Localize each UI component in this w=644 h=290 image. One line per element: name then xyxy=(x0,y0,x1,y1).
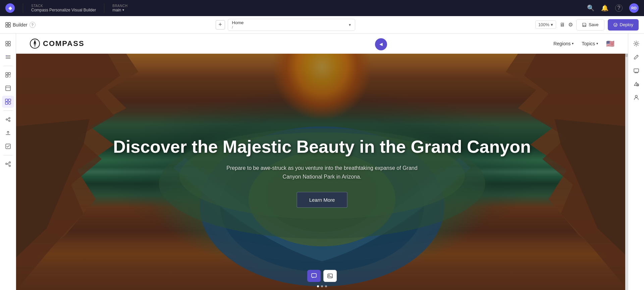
regions-nav-item[interactable]: Regions xyxy=(553,41,574,46)
right-sidebar-settings-icon[interactable] xyxy=(630,38,642,50)
deploy-button[interactable]: Deploy xyxy=(608,19,639,31)
sidebar-frames-icon[interactable] xyxy=(2,96,14,108)
media-toolbar-button[interactable] xyxy=(323,270,337,282)
site-logo: COMPASS xyxy=(30,38,85,49)
svg-rect-30 xyxy=(6,163,7,164)
device-preview-icon[interactable]: 🖥 xyxy=(559,22,565,28)
stack-name: Compass Personalize Visual Builder xyxy=(31,8,96,12)
hero-title: Discover the Majestic Beauty in the Gran… xyxy=(108,136,536,157)
right-sidebar-shapes-icon[interactable] xyxy=(630,78,642,90)
slide-dot-2[interactable] xyxy=(321,285,323,287)
builder-text: Builder xyxy=(13,22,28,28)
site-logo-text: COMPASS xyxy=(43,39,85,48)
svg-rect-22 xyxy=(5,102,8,104)
top-bar-separator-1 xyxy=(23,3,23,13)
builder-bar-center: + Home / ▾ xyxy=(40,19,531,31)
svg-rect-15 xyxy=(8,72,10,75)
top-bar-separator-2 xyxy=(104,3,104,13)
page-name: Home xyxy=(232,20,244,25)
app-logo-icon: ◈ xyxy=(5,3,15,13)
sidebar-divider-2 xyxy=(3,110,13,111)
right-sidebar xyxy=(628,34,644,290)
stack-info[interactable]: Stack Compass Personalize Visual Builder xyxy=(31,4,96,12)
svg-rect-1 xyxy=(8,22,10,25)
page-path: / xyxy=(232,25,244,29)
comment-toolbar-button[interactable] xyxy=(307,270,321,282)
page-selector[interactable]: Home / ▾ xyxy=(228,19,355,31)
svg-point-23 xyxy=(8,102,11,104)
svg-line-28 xyxy=(7,120,9,120)
personalization-arrow-icon: ◄ xyxy=(378,41,384,47)
svg-rect-8 xyxy=(6,44,8,46)
save-button[interactable]: Save xyxy=(576,19,604,31)
svg-rect-14 xyxy=(6,72,8,75)
user-avatar[interactable]: RD xyxy=(629,3,639,13)
site-navbar: COMPASS Regions Topics 🇺🇸 xyxy=(16,34,628,54)
builder-label-container: Builder ? xyxy=(5,22,36,28)
svg-rect-0 xyxy=(6,22,8,25)
builder-bar: Builder ? + Home / ▾ 100% ▾ 🖥 ⚙ Save xyxy=(0,16,644,34)
sidebar-components-icon[interactable] xyxy=(2,69,14,81)
svg-rect-45 xyxy=(634,69,639,72)
svg-rect-9 xyxy=(8,44,10,46)
svg-rect-7 xyxy=(8,41,10,43)
svg-point-50 xyxy=(635,95,637,97)
svg-point-25 xyxy=(9,117,10,119)
branch-label: Branch xyxy=(112,4,127,8)
bell-icon[interactable]: 🔔 xyxy=(601,4,608,12)
main-layout: COMPASS Regions Topics 🇺🇸 ◄ xyxy=(0,34,644,290)
sidebar-panels-icon[interactable] xyxy=(2,82,14,94)
svg-rect-41 xyxy=(312,274,316,277)
builder-help-button[interactable]: ? xyxy=(30,22,36,28)
svg-line-27 xyxy=(7,118,9,119)
sidebar-tasks-icon[interactable] xyxy=(2,140,14,152)
add-page-button[interactable]: + xyxy=(216,20,225,30)
svg-rect-32 xyxy=(9,165,10,166)
svg-rect-4 xyxy=(583,25,585,27)
topics-nav-item[interactable]: Topics xyxy=(582,41,598,46)
right-sidebar-preview-icon[interactable] xyxy=(630,64,642,77)
compass-logo-icon xyxy=(30,38,40,49)
sidebar-flow-icon[interactable] xyxy=(2,158,14,170)
sidebar-layers-icon[interactable] xyxy=(2,51,14,63)
canvas-area: COMPASS Regions Topics 🇺🇸 ◄ xyxy=(16,34,628,290)
sidebar-upload-icon[interactable] xyxy=(2,127,14,139)
svg-rect-31 xyxy=(9,162,10,163)
stack-label: Stack xyxy=(31,4,96,8)
help-icon[interactable]: ? xyxy=(615,4,623,12)
zoom-selector[interactable]: 100% ▾ xyxy=(535,20,556,29)
site-nav-right: Regions Topics 🇺🇸 xyxy=(553,40,614,48)
sidebar-grid-icon[interactable] xyxy=(2,38,14,50)
personalization-indicator[interactable]: ◄ xyxy=(375,38,387,50)
svg-point-24 xyxy=(6,119,7,120)
sidebar-divider-1 xyxy=(3,66,13,66)
svg-rect-42 xyxy=(328,274,332,278)
hero-content: Discover the Majestic Beauty in the Gran… xyxy=(108,136,536,208)
flag-icon[interactable]: 🇺🇸 xyxy=(606,40,614,48)
svg-rect-2 xyxy=(6,25,8,27)
canvas-scrollbar[interactable] xyxy=(625,34,628,290)
top-bar-right: 🔍 🔔 ? RD xyxy=(587,3,639,13)
save-icon xyxy=(582,22,587,27)
slide-dots xyxy=(317,285,327,287)
svg-point-44 xyxy=(635,43,637,45)
right-sidebar-user-icon[interactable] xyxy=(630,91,642,103)
app-logo: ◈ xyxy=(5,3,15,13)
deploy-label: Deploy xyxy=(620,22,633,27)
save-label: Save xyxy=(589,22,599,27)
page-settings-icon[interactable]: ⚙ xyxy=(568,21,573,28)
sidebar-integrations-icon[interactable] xyxy=(2,113,14,126)
branch-info[interactable]: Branch main xyxy=(112,4,127,12)
page-selector-arrow-icon: ▾ xyxy=(349,22,351,27)
svg-rect-6 xyxy=(6,41,8,43)
svg-point-43 xyxy=(329,275,330,276)
hero-bottom-toolbar xyxy=(307,270,337,282)
right-sidebar-edit-icon[interactable] xyxy=(630,51,642,63)
deploy-icon xyxy=(613,22,618,27)
svg-point-5 xyxy=(614,23,617,27)
sidebar-divider-3 xyxy=(3,155,13,155)
slide-dot-1[interactable] xyxy=(317,285,319,287)
hero-cta-button[interactable]: Learn More xyxy=(297,192,347,207)
slide-dot-3[interactable] xyxy=(325,285,327,287)
search-icon[interactable]: 🔍 xyxy=(587,4,594,12)
